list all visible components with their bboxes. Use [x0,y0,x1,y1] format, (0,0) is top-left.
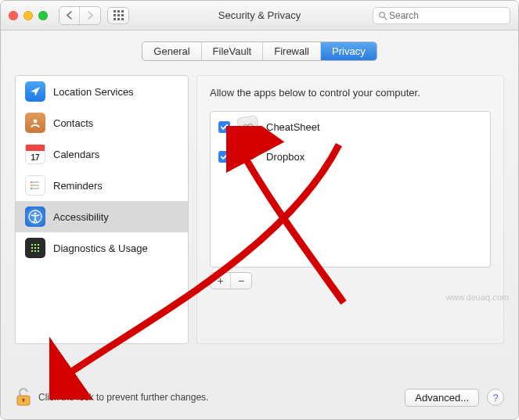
svg-point-6 [31,181,32,183]
tab-privacy[interactable]: Privacy [321,42,377,60]
svg-point-10 [34,212,36,214]
titlebar: Security & Privacy [1,1,518,31]
reminders-icon [25,175,45,196]
sidebar-item-contacts[interactable]: Contacts [16,107,188,138]
grid-icon [114,10,124,20]
list-item[interactable]: CheatSheet [211,112,490,142]
sidebar-item-accessibility[interactable]: Accessibility [16,201,188,232]
nav-back-forward [59,6,101,25]
svg-point-8 [31,188,32,189]
app-name: Dropbox [266,151,305,163]
sidebar-item-calendars[interactable]: 17 Calendars [16,138,188,170]
tab-firewall[interactable]: Firewall [263,42,321,60]
chevron-left-icon [66,11,73,20]
tab-filevault[interactable]: FileVault [202,42,264,60]
svg-point-0 [380,12,385,17]
sidebar-item-label: Contacts [53,117,93,129]
watermark: www.deuaq.com [445,293,509,302]
search-field[interactable] [373,7,510,24]
svg-point-2 [34,120,38,124]
privacy-sidebar: Location Services Contacts 17 Calendars [15,75,189,344]
sidebar-item-label: Calendars [53,149,99,160]
tab-strip: General FileVault Firewall Privacy [1,41,518,61]
tab-general[interactable]: General [142,42,201,60]
add-button[interactable]: + [211,273,231,289]
show-all-button[interactable] [107,7,129,24]
checkbox-cheatsheet[interactable] [218,121,230,133]
sidebar-item-label: Diagnostics & Usage [53,242,148,254]
preferences-window: Security & Privacy General FileVault Fir… [0,0,519,420]
checkbox-dropbox[interactable] [218,151,230,163]
sidebar-item-diagnostics[interactable]: Diagnostics & Usage [16,232,188,264]
sidebar-item-label: Location Services [53,86,134,98]
svg-point-7 [31,185,32,186]
location-icon [25,81,45,102]
zoom-icon[interactable] [38,11,48,20]
svg-rect-15 [23,400,23,402]
lock-text: Click the lock to prevent further change… [38,392,208,403]
add-remove-controls: + − [210,272,252,289]
accessibility-icon [25,206,45,227]
app-list: CheatSheet Dropbox [210,111,491,267]
footer: Click the lock to prevent further change… [1,375,518,419]
forward-button[interactable] [80,7,100,24]
content-body: Location Services Contacts 17 Calendars [1,70,518,344]
calendar-icon: 17 [25,144,45,164]
list-item[interactable]: Dropbox [211,142,490,171]
svg-point-11 [243,124,249,130]
svg-point-12 [248,124,254,129]
help-button[interactable]: ? [487,389,504,406]
dropbox-icon [238,146,258,167]
chevron-right-icon [87,11,94,20]
app-name: CheatSheet [266,121,320,133]
cheatsheet-icon [236,115,259,138]
sidebar-item-location-services[interactable]: Location Services [16,76,188,107]
diagnostics-icon [25,238,45,258]
svg-line-1 [384,17,387,20]
back-button[interactable] [59,7,80,24]
remove-button[interactable]: − [231,273,251,289]
sidebar-item-label: Accessibility [53,211,109,223]
pane-heading: Allow the apps below to control your com… [210,87,491,99]
search-icon [378,11,387,20]
lock-icon[interactable] [15,387,32,407]
advanced-button[interactable]: Advanced... [405,389,479,407]
close-icon[interactable] [9,11,18,20]
window-controls [9,11,48,20]
contacts-icon [25,113,45,133]
minimize-icon[interactable] [23,11,33,20]
main-pane: Allow the apps below to control your com… [196,75,504,344]
search-input[interactable] [387,9,489,22]
sidebar-item-label: Reminders [53,180,103,192]
sidebar-item-reminders[interactable]: Reminders [16,170,188,201]
